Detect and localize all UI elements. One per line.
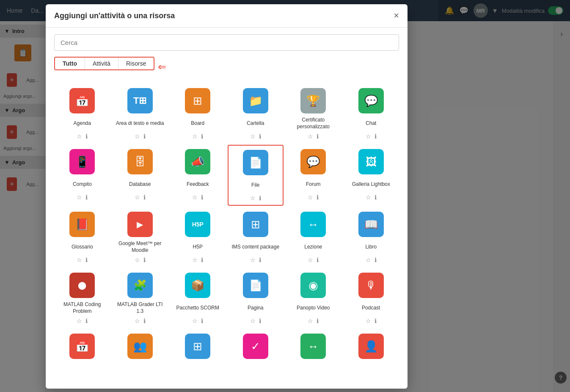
item-database[interactable]: 🗄 Database ☆ ℹ xyxy=(112,145,168,206)
tab-tutto[interactable]: Tutto xyxy=(55,58,85,69)
item-forum[interactable]: 💬 Forum ☆ ℹ xyxy=(285,145,341,206)
matlab-grader-star[interactable]: ☆ xyxy=(135,317,140,324)
board-info[interactable]: ℹ xyxy=(201,133,203,140)
certificato-star[interactable]: ☆ xyxy=(308,133,313,140)
libro-info[interactable]: ℹ xyxy=(374,257,377,263)
database-star[interactable]: ☆ xyxy=(135,194,140,201)
item-galleria[interactable]: 🖼 Galleria Lightbox ☆ ℹ xyxy=(343,145,399,206)
database-info[interactable]: ℹ xyxy=(143,194,146,201)
area-testo-icon: T⊞ xyxy=(127,88,153,113)
board-star[interactable]: ☆ xyxy=(192,133,198,140)
item-chat[interactable]: 💬 Chat ☆ ℹ xyxy=(343,84,399,143)
item-row5-6[interactable]: 👤 xyxy=(343,329,399,382)
item-lezione[interactable]: ↔ Lezione ☆ ℹ xyxy=(285,207,341,267)
h5p-info[interactable]: ℹ xyxy=(201,257,203,263)
googlemeet-star[interactable]: ☆ xyxy=(135,257,140,263)
tab-risorse[interactable]: Risorse xyxy=(118,58,154,69)
certificato-info[interactable]: ℹ xyxy=(317,133,319,140)
item-row5-1[interactable]: 📅 xyxy=(54,329,110,382)
forum-info[interactable]: ℹ xyxy=(317,194,319,201)
matlab-coding-star[interactable]: ☆ xyxy=(77,317,82,324)
compito-label: Compito xyxy=(73,178,92,191)
pacchetto-scorm-info[interactable]: ℹ xyxy=(201,317,203,324)
item-pagina[interactable]: 📄 Pagina ☆ ℹ xyxy=(228,268,284,328)
item-panopto[interactable]: ◉ Panopto Video ☆ ℹ xyxy=(285,268,341,328)
item-ims[interactable]: ⊞ IMS content package ☆ ℹ xyxy=(228,207,284,267)
agenda-info[interactable]: ℹ xyxy=(85,133,88,140)
item-h5p[interactable]: H5P H5P ☆ ℹ xyxy=(170,207,226,267)
matlab-coding-icon: ⬤ xyxy=(69,273,95,298)
item-matlab-coding[interactable]: ⬤ MATLAB Coding Problem ☆ ℹ xyxy=(54,268,110,328)
item-row5-3[interactable]: ⊞ xyxy=(170,329,226,382)
libro-star[interactable]: ☆ xyxy=(366,257,371,263)
glossario-info[interactable]: ℹ xyxy=(85,257,88,263)
cartella-info[interactable]: ℹ xyxy=(259,133,261,140)
modal-close-button[interactable]: × xyxy=(394,11,399,20)
feedback-info[interactable]: ℹ xyxy=(201,194,203,201)
modal-body: Tutto Attività Risorse ⇐ 📅 Agenda ☆ ℹ T⊞… xyxy=(46,28,408,389)
certificato-actions: ☆ ℹ xyxy=(308,133,319,140)
item-row5-4[interactable]: ✓ xyxy=(228,329,284,382)
matlab-grader-info[interactable]: ℹ xyxy=(143,317,146,324)
item-row5-2[interactable]: 👥 xyxy=(112,329,168,382)
item-cartella[interactable]: 📁 Cartella ☆ ℹ xyxy=(228,84,284,143)
googlemeet-info[interactable]: ℹ xyxy=(143,257,146,263)
forum-actions: ☆ ℹ xyxy=(308,194,319,201)
chat-info[interactable]: ℹ xyxy=(374,133,377,140)
h5p-icon: H5P xyxy=(185,212,210,237)
compito-actions: ☆ ℹ xyxy=(77,194,88,201)
filter-tabs: Tutto Attività Risorse xyxy=(54,57,154,70)
file-star[interactable]: ☆ xyxy=(250,195,256,202)
file-info[interactable]: ℹ xyxy=(259,195,261,202)
libro-icon: 📖 xyxy=(358,212,384,237)
compito-star[interactable]: ☆ xyxy=(77,194,82,201)
board-icon: ⊞ xyxy=(185,88,210,113)
row5-5-icon: ↔ xyxy=(300,334,326,359)
podcast-info[interactable]: ℹ xyxy=(374,317,377,324)
item-googlemeet[interactable]: ▶ Google Meet™ per Moodle ☆ ℹ xyxy=(112,207,168,267)
item-podcast[interactable]: 🎙 Podcast ☆ ℹ xyxy=(343,268,399,328)
glossario-star[interactable]: ☆ xyxy=(77,257,82,263)
item-pacchetto-scorm[interactable]: 📦 Pacchetto SCORM ☆ ℹ xyxy=(170,268,226,328)
galleria-info[interactable]: ℹ xyxy=(374,194,377,201)
lezione-info[interactable]: ℹ xyxy=(317,257,319,263)
area-testo-info[interactable]: ℹ xyxy=(143,133,146,140)
item-file[interactable]: 📄 File ☆ ℹ xyxy=(228,145,284,206)
podcast-label: Podcast xyxy=(362,301,380,315)
item-compito[interactable]: 📱 Compito ☆ ℹ xyxy=(54,145,110,206)
item-feedback[interactable]: 📣 Feedback ☆ ℹ xyxy=(170,145,226,206)
galleria-star[interactable]: ☆ xyxy=(366,194,371,201)
item-area-testo[interactable]: T⊞ Area di testo e media ☆ ℹ xyxy=(112,84,168,143)
cartella-label: Cartella xyxy=(247,117,264,130)
item-certificato[interactable]: 🏆 Certificato personalizzato ☆ ℹ xyxy=(285,84,341,143)
chat-star[interactable]: ☆ xyxy=(366,133,371,140)
agenda-star[interactable]: ☆ xyxy=(77,133,82,140)
matlab-coding-info[interactable]: ℹ xyxy=(85,317,88,324)
panopto-info[interactable]: ℹ xyxy=(317,317,319,324)
lezione-star[interactable]: ☆ xyxy=(308,257,313,263)
pagina-star[interactable]: ☆ xyxy=(250,317,256,324)
item-matlab-grader[interactable]: 🧩 MATLAB Grader LTI 1.3 ☆ ℹ xyxy=(112,268,168,328)
tab-attivita[interactable]: Attività xyxy=(85,58,118,69)
pacchetto-scorm-star[interactable]: ☆ xyxy=(192,317,198,324)
feedback-star[interactable]: ☆ xyxy=(192,194,198,201)
compito-info[interactable]: ℹ xyxy=(85,194,88,201)
h5p-star[interactable]: ☆ xyxy=(192,257,198,263)
item-board[interactable]: ⊞ Board ☆ ℹ xyxy=(170,84,226,143)
row5-6-icon: 👤 xyxy=(358,334,384,359)
podcast-star[interactable]: ☆ xyxy=(366,317,371,324)
cartella-star[interactable]: ☆ xyxy=(250,133,256,140)
forum-star[interactable]: ☆ xyxy=(308,194,313,201)
area-testo-star[interactable]: ☆ xyxy=(135,133,140,140)
forum-label: Forum xyxy=(306,178,321,191)
ims-info[interactable]: ℹ xyxy=(259,257,261,263)
panopto-star[interactable]: ☆ xyxy=(308,317,313,324)
search-input[interactable] xyxy=(54,34,399,51)
pagina-info[interactable]: ℹ xyxy=(259,317,261,324)
item-row5-5[interactable]: ↔ xyxy=(285,329,341,382)
ims-star[interactable]: ☆ xyxy=(250,257,256,263)
item-libro[interactable]: 📖 Libro ☆ ℹ xyxy=(343,207,399,267)
item-agenda[interactable]: 📅 Agenda ☆ ℹ xyxy=(54,84,110,143)
modal-title: Aggiungi un'attività o una risorsa xyxy=(54,11,175,20)
item-glossario[interactable]: 📕 Glossario ☆ ℹ xyxy=(54,207,110,267)
